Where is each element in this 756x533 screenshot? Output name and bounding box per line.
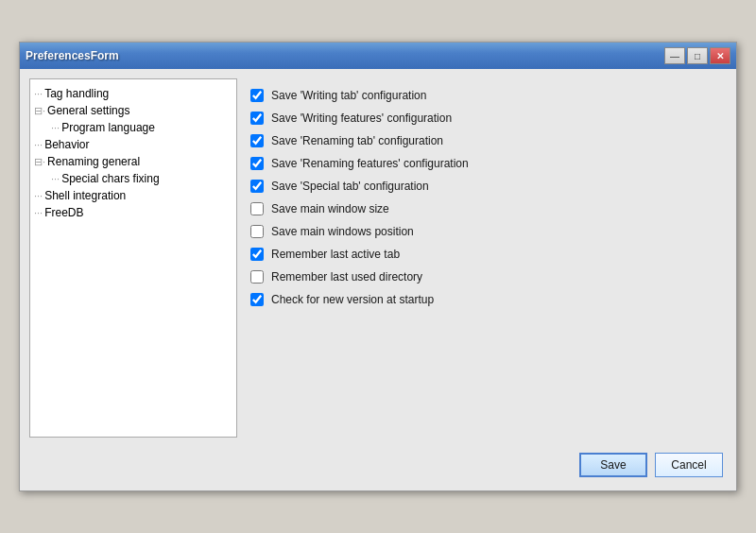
checkbox-label-check-new-version: Check for new version at startup [271,293,434,306]
options-panel: Save 'Writing tab' configuration Save 'W… [247,78,727,438]
window-title: PreferencesForm [26,49,119,62]
tree-connector: ··· [51,122,60,133]
checkbox-main-windows-position[interactable] [250,225,264,238]
checkbox-row-main-windows-position: Save main windows position [250,222,723,241]
tree-label: Renaming general [47,155,140,168]
tree-connector: ⊟· [34,156,45,168]
minimize-button[interactable]: — [664,47,685,64]
checkbox-label-main-windows-position: Save main windows position [271,225,414,238]
checkbox-special-tab[interactable] [250,180,264,193]
checkbox-label-renaming-features: Save 'Renaming features' configuration [271,157,469,170]
checkbox-label-last-used-directory: Remember last used directory [271,270,422,284]
checkbox-label-last-active-tab: Remember last active tab [271,248,400,261]
tree-connector: ··· [34,207,43,218]
preferences-window: PreferencesForm — □ ✕ ··· Tag handling ⊟… [19,42,737,491]
titlebar: PreferencesForm — □ ✕ [20,43,736,69]
tree-item-renaming-general[interactable]: ⊟· Renaming general [34,153,232,170]
tree-label: Special chars fixing [61,172,159,185]
checkbox-row-special-tab: Save 'Special tab' configuration [250,177,723,196]
tree-item-behavior[interactable]: ··· Behavior [34,136,232,153]
save-button[interactable]: Save [579,453,647,477]
tree-connector: ··· [34,190,43,201]
checkbox-row-writing-tab: Save 'Writing tab' configuration [250,86,723,105]
checkbox-row-main-window-size: Save main window size [250,199,723,218]
titlebar-buttons: — □ ✕ [664,47,730,64]
checkbox-label-writing-features: Save 'Writing features' configuration [271,112,452,125]
tree-item-tag-handling[interactable]: ··· Tag handling [34,85,232,102]
tree-connector: ··· [34,139,43,150]
tree-label: Behavior [44,138,89,151]
tree-item-freedb[interactable]: ··· FreeDB [34,204,232,221]
checkbox-renaming-tab[interactable] [250,134,264,147]
checkbox-row-writing-features: Save 'Writing features' configuration [250,109,723,128]
checkbox-last-used-directory[interactable] [250,270,264,284]
tree-connector: ··· [51,173,60,184]
tree-label: General settings [47,104,129,117]
tree-panel: ··· Tag handling ⊟· General settings ···… [29,78,237,438]
checkbox-main-window-size[interactable] [250,202,264,215]
checkbox-label-writing-tab: Save 'Writing tab' configuration [271,89,426,102]
close-button[interactable]: ✕ [710,47,730,64]
checkbox-label-renaming-tab: Save 'Renaming tab' configuration [271,134,443,147]
window-content: ··· Tag handling ⊟· General settings ···… [20,69,736,490]
checkbox-writing-tab[interactable] [250,89,264,102]
checkbox-row-last-used-directory: Remember last used directory [250,267,723,286]
checkbox-row-check-new-version: Check for new version at startup [250,290,723,309]
checkbox-writing-features[interactable] [250,112,264,125]
checkbox-row-renaming-tab: Save 'Renaming tab' configuration [250,131,723,150]
checkbox-label-main-window-size: Save main window size [271,202,389,215]
checkbox-label-special-tab: Save 'Special tab' configuration [271,180,429,193]
checkbox-row-renaming-features: Save 'Renaming features' configuration [250,154,723,173]
tree-label: FreeDB [44,206,83,219]
tree-connector: ··· [34,88,43,99]
tree-item-special-chars[interactable]: ··· Special chars fixing [34,170,232,187]
checkbox-check-new-version[interactable] [250,293,264,306]
footer: Save Cancel [29,447,727,481]
checkbox-row-last-active-tab: Remember last active tab [250,245,723,264]
checkbox-last-active-tab[interactable] [250,248,264,261]
tree-label: Shell integration [44,189,126,202]
tree-item-shell-integration[interactable]: ··· Shell integration [34,187,232,204]
tree-label: Program language [61,121,155,134]
tree-connector: ⊟· [34,105,45,117]
tree-label: Tag handling [44,87,109,100]
tree-item-general-settings[interactable]: ⊟· General settings [34,102,232,119]
cancel-button[interactable]: Cancel [655,453,723,477]
main-area: ··· Tag handling ⊟· General settings ···… [29,78,727,438]
checkbox-renaming-features[interactable] [250,157,264,170]
tree-item-program-language[interactable]: ··· Program language [34,119,232,136]
maximize-button[interactable]: □ [687,47,708,64]
